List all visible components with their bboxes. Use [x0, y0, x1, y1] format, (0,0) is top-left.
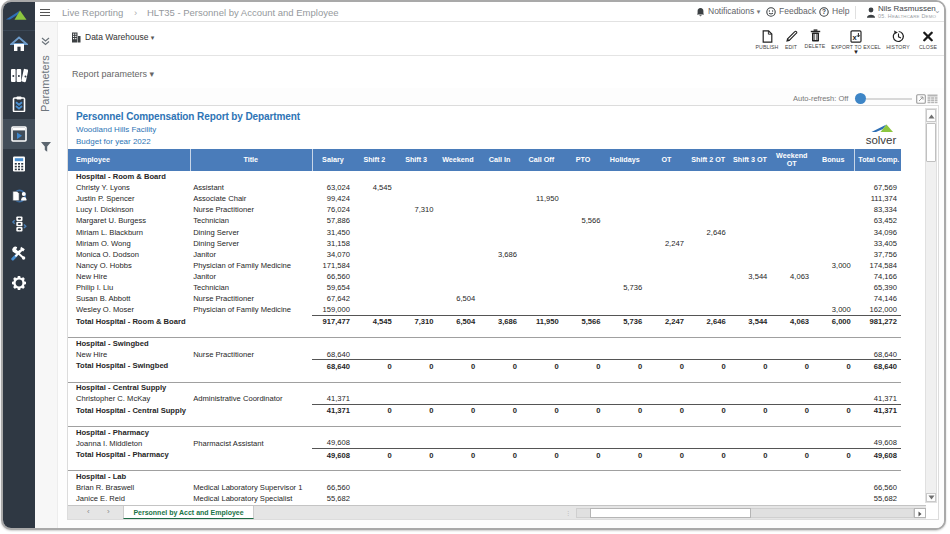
svg-text:x: x — [853, 33, 858, 42]
svg-text:?: ? — [822, 8, 826, 15]
svg-text:solver: solver — [866, 134, 897, 146]
